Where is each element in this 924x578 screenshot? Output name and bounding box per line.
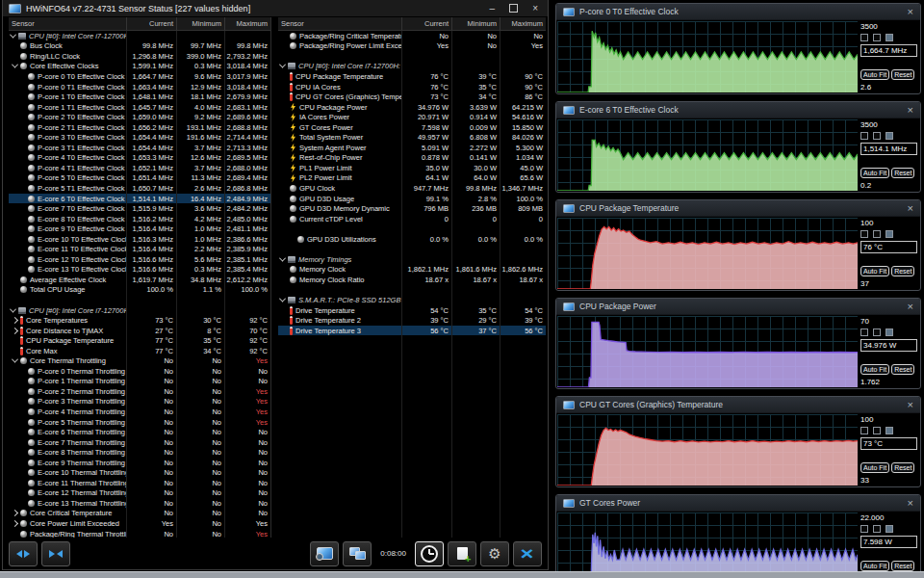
sensor-row[interactable]: P-core 0 T0 Effective Clock1,664.7 MHz9.… xyxy=(9,71,270,82)
column-header-sensor[interactable]: Sensor xyxy=(278,17,401,30)
chevron-right-icon[interactable] xyxy=(12,510,18,516)
sensor-row[interactable]: Package/Ring Critical TemperatureNoNoNo xyxy=(278,31,546,41)
column-header-minimum[interactable]: Minimum xyxy=(451,17,500,30)
sensor-row[interactable]: Drive Temperature 356 °C37 °C56 °C xyxy=(278,326,546,336)
sensor-row[interactable]: E-core 12 T0 Effective Clock1,516.6 MHz5… xyxy=(9,254,270,265)
sensor-row[interactable]: P-core 5 Thermal ThrottlingNoNoYes xyxy=(9,417,270,428)
scale-checkbox[interactable] xyxy=(873,427,881,434)
group-row[interactable]: Memory Timings xyxy=(278,254,546,265)
sensor-row[interactable]: IA Cores Power20.971 W0.914 W54.616 W xyxy=(278,112,546,122)
reset-button[interactable]: Reset xyxy=(891,462,914,473)
sensor-row[interactable]: P-core 3 T0 Effective Clock1,654.4 MHz19… xyxy=(9,132,270,143)
sensor-row[interactable]: Core Thermal ThrottlingNoNoYes xyxy=(9,356,270,367)
sensor-row[interactable]: GPU D3D Usage99.1 %2.8 %100.0 % xyxy=(278,194,546,204)
sensor-row[interactable]: CPU GT Cores (Graphics) Temperature73 °C… xyxy=(278,92,546,102)
scale-checkbox[interactable] xyxy=(886,132,893,140)
auto-fit-button[interactable]: Auto Fit xyxy=(860,364,889,375)
sensor-row[interactable]: GPU D3D Utilizations0.0 %0.0 %0.0 % xyxy=(278,234,546,245)
column-header-maximum[interactable]: Maximum xyxy=(500,17,546,30)
chevron-down-icon[interactable] xyxy=(279,296,286,302)
sensor-row[interactable]: E-core 9 Thermal ThrottlingNoNoNo xyxy=(9,458,270,468)
column-header-current[interactable]: Current xyxy=(126,17,176,30)
sensor-row[interactable]: P-core 5 T0 Effective Clock1,651.4 MHz11… xyxy=(9,173,270,184)
sensor-row[interactable]: E-core 8 Thermal ThrottlingNoNoNo xyxy=(9,447,270,458)
group-row[interactable]: CPU [#0]: Intel Core i7-12700H: Enha... xyxy=(278,62,546,72)
sensor-row[interactable]: Core Distance to TjMAX27 °C8 °C70 °C xyxy=(9,326,270,336)
sensor-row[interactable]: Core Temperatures73 °C30 °C92 °C xyxy=(9,315,270,326)
sensor-row[interactable]: GT Cores Power7.598 W0.009 W15.850 W xyxy=(278,122,546,133)
group-row[interactable]: CPU [#0]: Intel Core i7-12700H xyxy=(9,31,270,41)
scale-checkbox[interactable] xyxy=(873,328,881,336)
sensor-row[interactable]: E-core 13 Thermal ThrottlingNoNoNo xyxy=(9,498,270,509)
sensor-row[interactable]: P-core 4 T0 Effective Clock1,653.3 MHz12… xyxy=(9,153,270,164)
sensor-row[interactable]: P-core 3 T1 Effective Clock1,654.4 MHz3.… xyxy=(9,143,270,153)
sensor-row[interactable]: Core Power Limit ExceededYesNoYes xyxy=(9,518,270,529)
sensor-row[interactable]: Total CPU Usage100.0 %1.1 %100.0 % xyxy=(9,285,270,296)
auto-fit-button[interactable]: Auto Fit xyxy=(860,69,889,80)
scale-checkbox[interactable] xyxy=(860,34,868,41)
chevron-right-icon[interactable] xyxy=(12,328,18,334)
graph-close-button[interactable]: × xyxy=(908,400,913,410)
sensor-row[interactable]: E-core 8 T0 Effective Clock1,516.2 MHz4.… xyxy=(9,214,270,224)
sensor-row[interactable]: PL1 Power Limit35.0 W30.0 W45.0 W xyxy=(278,163,546,173)
expand-columns-button[interactable] xyxy=(9,541,38,566)
screen-capture-button[interactable] xyxy=(310,541,339,566)
sensor-row[interactable]: Drive Temperature 239 °C29 °C39 °C xyxy=(278,315,546,326)
sensor-row[interactable]: P-core 1 Thermal ThrottlingNoNoNo xyxy=(9,377,270,387)
chevron-right-icon[interactable] xyxy=(12,520,18,527)
sensor-row[interactable]: System Agent Power5.091 W2.272 W5.300 W xyxy=(278,143,546,153)
maximize-button[interactable] xyxy=(509,4,518,13)
reset-button[interactable]: Reset xyxy=(891,168,914,178)
collapse-columns-button[interactable] xyxy=(41,541,70,566)
sensor-row[interactable]: CPU IA Cores76 °C35 °C90 °C xyxy=(278,82,546,92)
sensor-row[interactable]: E-core 10 Thermal ThrottlingNoNoNo xyxy=(9,468,270,479)
scale-checkbox[interactable] xyxy=(886,230,893,238)
scale-checkbox[interactable] xyxy=(860,132,868,140)
chevron-down-icon[interactable] xyxy=(10,31,16,38)
scale-checkbox[interactable] xyxy=(860,525,868,533)
auto-fit-button[interactable]: Auto Fit xyxy=(860,168,889,178)
pane-splitter[interactable] xyxy=(270,17,278,538)
reset-button[interactable]: Reset xyxy=(891,364,914,375)
sensor-row[interactable]: P-core 0 T1 Effective Clock1,663.4 MHz12… xyxy=(9,82,270,92)
sensor-row[interactable]: P-core 5 T1 Effective Clock1,650.7 MHz2.… xyxy=(9,183,270,194)
sensor-row[interactable]: Average Effective Clock1,619.7 MHz34.8 M… xyxy=(9,275,270,285)
chevron-down-icon[interactable] xyxy=(279,62,286,68)
scale-checkbox[interactable] xyxy=(886,525,893,533)
settings-button[interactable]: ⚙ xyxy=(480,541,509,566)
scale-checkbox[interactable] xyxy=(873,525,881,533)
sensor-row[interactable]: P-core 1 T1 Effective Clock1,645.7 MHz4.… xyxy=(9,102,270,113)
sensor-row[interactable]: Current cTDP Level000 xyxy=(278,214,546,224)
sensor-row[interactable]: P-core 2 T0 Effective Clock1,659.0 MHz9.… xyxy=(9,112,270,122)
scale-checkbox[interactable] xyxy=(860,230,868,238)
graph-close-button[interactable]: × xyxy=(908,498,913,509)
sensor-row[interactable]: E-core 7 T0 Effective Clock1,515.9 MHz3.… xyxy=(9,203,270,214)
remote-monitoring-button[interactable] xyxy=(343,541,372,566)
chevron-down-icon[interactable] xyxy=(12,62,18,68)
scale-checkbox[interactable] xyxy=(860,427,868,434)
close-button[interactable]: × xyxy=(532,4,538,13)
sensor-row[interactable]: P-core 4 Thermal ThrottlingNoNoYes xyxy=(9,407,270,417)
minimize-button[interactable]: – xyxy=(490,4,496,13)
sensor-row[interactable]: PL2 Power Limit64.1 W64.0 W65.6 W xyxy=(278,173,546,184)
sensor-row[interactable]: P-core 2 T1 Effective Clock1,656.2 MHz19… xyxy=(9,122,270,133)
sensor-row[interactable]: E-core 6 Thermal ThrottlingNoNoNo xyxy=(9,427,270,437)
sensor-row[interactable]: GPU Clock947.7 MHz99.8 MHz1,346.7 MHz xyxy=(278,183,546,194)
sensor-row[interactable]: P-core 2 Thermal ThrottlingNoNoYes xyxy=(9,386,270,397)
graph-close-button[interactable]: × xyxy=(908,7,913,17)
close-sensors-button[interactable]: × xyxy=(513,541,542,566)
graph-close-button[interactable]: × xyxy=(908,302,913,312)
scale-checkbox[interactable] xyxy=(873,34,881,41)
sensor-row[interactable]: E-core 6 T0 Effective Clock1,514.1 MHz16… xyxy=(9,194,270,204)
sensor-row[interactable]: Rest-of-Chip Power0.878 W0.141 W1.034 W xyxy=(278,153,546,164)
reset-button[interactable]: Reset xyxy=(891,561,914,571)
auto-fit-button[interactable]: Auto Fit xyxy=(860,266,889,276)
column-header-current[interactable]: Current xyxy=(401,17,451,30)
sensor-row[interactable]: P-core 4 T1 Effective Clock1,652.1 MHz3.… xyxy=(9,163,270,173)
sensor-row[interactable]: P-core 0 Thermal ThrottlingNoNoNo xyxy=(9,366,270,377)
sensor-row[interactable]: Bus Clock99.8 MHz99.7 MHz99.8 MHz xyxy=(9,41,270,52)
sensor-row[interactable]: Total System Power49.957 W6.808 W84.026 … xyxy=(278,132,546,143)
sensor-row[interactable]: Core Critical TemperatureNoNoNo xyxy=(9,509,270,519)
scale-checkbox[interactable] xyxy=(860,328,868,336)
sensor-row[interactable]: Drive Temperature54 °C35 °C54 °C xyxy=(278,305,546,316)
